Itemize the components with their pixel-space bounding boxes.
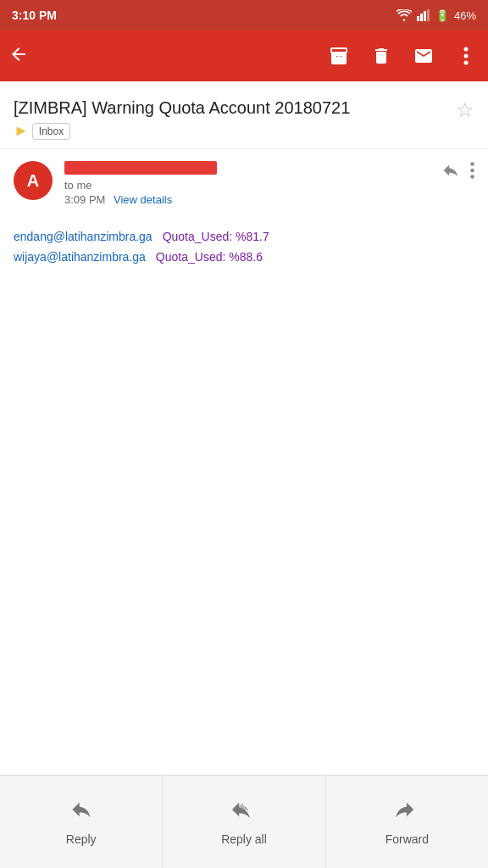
forward-icon bbox=[395, 798, 419, 827]
message-more-button[interactable] bbox=[470, 162, 474, 182]
wifi-icon bbox=[396, 9, 412, 21]
svg-rect-0 bbox=[417, 16, 419, 21]
mark-unread-button[interactable] bbox=[410, 42, 437, 70]
email-body: endang@latihanzimbra.ga Quota_Used: %81.… bbox=[0, 216, 488, 279]
subject-badge: ► Inbox bbox=[14, 122, 70, 140]
quota-used-2: Quota_Used: %88.6 bbox=[156, 250, 263, 264]
label-arrow-icon: ► bbox=[14, 122, 29, 140]
sender-to: to me bbox=[64, 179, 430, 192]
forward-button-bottom[interactable]: Forward bbox=[326, 776, 488, 868]
email-addr-1: endang@latihanzimbra.ga bbox=[14, 230, 152, 243]
email-addr-2: wijaya@latihanzimbra.ga bbox=[14, 250, 146, 264]
avatar: A bbox=[14, 161, 53, 200]
quota-used-1: Quota_Used: %81.7 bbox=[163, 230, 269, 243]
toolbar bbox=[0, 31, 488, 81]
inbox-badge[interactable]: Inbox bbox=[32, 123, 70, 140]
reply-button-bottom[interactable]: Reply bbox=[0, 776, 163, 868]
status-icons: 🔋 46% bbox=[396, 9, 476, 22]
reply-icon bbox=[69, 798, 93, 827]
quota-row-1: endang@latihanzimbra.ga Quota_Used: %81.… bbox=[14, 230, 474, 243]
sender-time: 3:09 PM bbox=[64, 193, 105, 206]
svg-rect-2 bbox=[424, 11, 426, 21]
sender-actions bbox=[441, 161, 474, 183]
svg-point-7 bbox=[470, 162, 474, 165]
status-time: 3:10 PM bbox=[12, 8, 57, 22]
reply-label: Reply bbox=[66, 832, 97, 846]
reply-all-label: Reply all bbox=[221, 832, 267, 846]
svg-point-5 bbox=[464, 54, 469, 58]
sender-info: to me 3:09 PM View details bbox=[64, 161, 430, 206]
back-button[interactable] bbox=[8, 44, 29, 68]
battery-icon: 🔋 bbox=[435, 9, 449, 22]
email-subject-block: [ZIMBRA] Warning Quota Account 20180721 … bbox=[14, 97, 456, 140]
status-bar: 3:10 PM 🔋 46% bbox=[0, 0, 488, 31]
view-details-link[interactable]: View details bbox=[114, 193, 172, 206]
forward-label: Forward bbox=[385, 832, 429, 846]
signal-icon bbox=[417, 9, 430, 21]
svg-point-9 bbox=[470, 175, 474, 178]
svg-point-6 bbox=[464, 61, 469, 65]
sender-name-redacted bbox=[64, 161, 217, 175]
email-header: [ZIMBRA] Warning Quota Account 20180721 … bbox=[0, 81, 488, 149]
star-button[interactable]: ☆ bbox=[456, 98, 474, 122]
delete-button[interactable] bbox=[368, 42, 395, 70]
email-subject: [ZIMBRA] Warning Quota Account 20180721 bbox=[14, 97, 447, 119]
quota-row-2: wijaya@latihanzimbra.ga Quota_Used: %88.… bbox=[14, 250, 474, 264]
svg-point-8 bbox=[470, 169, 474, 172]
bottom-bar: Reply Reply all Forward bbox=[0, 775, 488, 868]
svg-point-4 bbox=[464, 47, 469, 52]
reply-all-button-bottom[interactable]: Reply all bbox=[163, 776, 325, 868]
sender-time-row: 3:09 PM View details bbox=[64, 193, 430, 206]
reply-all-icon bbox=[232, 798, 256, 827]
battery-percentage: 46% bbox=[454, 9, 476, 22]
archive-button[interactable] bbox=[325, 42, 352, 70]
more-options-button[interactable] bbox=[452, 42, 480, 70]
svg-rect-1 bbox=[420, 14, 423, 21]
reply-button[interactable] bbox=[441, 161, 460, 183]
sender-section: A to me 3:09 PM View details bbox=[0, 149, 488, 216]
svg-rect-3 bbox=[427, 9, 430, 21]
